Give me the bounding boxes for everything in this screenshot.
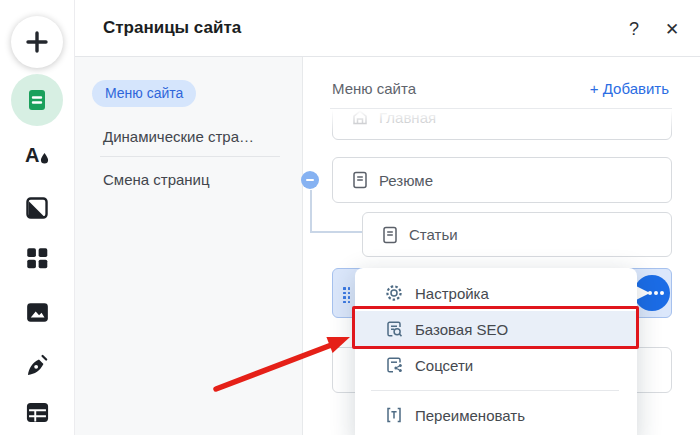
menu-item-label: Переименовать bbox=[415, 407, 525, 424]
site-pages-panel-screenshot: A bbox=[0, 0, 700, 435]
menu-item-label: Настройка bbox=[415, 285, 489, 302]
menu-item-basic-seo[interactable]: Базовая SEO bbox=[355, 311, 637, 347]
tree-connector bbox=[310, 190, 312, 233]
page-icon bbox=[351, 170, 369, 190]
nav-item-page-transitions[interactable]: Смена страниц bbox=[103, 171, 210, 188]
tree-connector bbox=[310, 231, 362, 233]
vector-art-icon[interactable] bbox=[23, 351, 51, 379]
page-icon bbox=[381, 225, 399, 245]
page-context-menu: Настройка Базовая SEO bbox=[355, 268, 637, 435]
nav-item-dynamic-pages[interactable]: Динамические стра… bbox=[103, 128, 254, 145]
site-design-icon[interactable]: A bbox=[23, 141, 51, 169]
nav-divider bbox=[100, 156, 280, 157]
page-label: Главная bbox=[379, 110, 436, 126]
menu-item-rename[interactable]: Переименовать bbox=[355, 397, 637, 433]
page-label: Статьи bbox=[409, 226, 458, 243]
page-label: Резюме bbox=[379, 172, 433, 189]
section-title: Меню сайта bbox=[332, 80, 416, 97]
help-icon[interactable]: ? bbox=[622, 17, 646, 41]
seo-search-icon bbox=[384, 319, 404, 339]
collapse-children-button[interactable] bbox=[301, 171, 319, 189]
page-row-resume[interactable]: Резюме bbox=[332, 157, 672, 203]
menu-divider bbox=[371, 390, 619, 391]
menu-item-label: Соцсети bbox=[415, 357, 473, 374]
page-row-home[interactable]: Главная bbox=[332, 110, 672, 140]
svg-text:A: A bbox=[25, 144, 39, 166]
editor-sidebar: A bbox=[0, 0, 75, 435]
plus-icon bbox=[24, 29, 50, 55]
close-icon[interactable]: ✕ bbox=[660, 17, 684, 41]
content-manager-icon[interactable] bbox=[23, 398, 51, 426]
background-icon[interactable] bbox=[23, 194, 51, 222]
panel-header: Страницы сайта ? ✕ bbox=[75, 0, 700, 57]
panel-title: Страницы сайта bbox=[103, 18, 241, 38]
more-actions-button[interactable] bbox=[634, 275, 670, 311]
drag-handle-icon[interactable] bbox=[343, 287, 350, 303]
home-icon bbox=[351, 110, 369, 127]
menu-item-label: Базовая SEO bbox=[415, 321, 508, 338]
add-apps-icon[interactable] bbox=[23, 244, 51, 272]
menu-item-social[interactable]: Соцсети bbox=[355, 347, 637, 383]
rename-text-icon bbox=[384, 405, 404, 425]
media-icon[interactable] bbox=[23, 298, 51, 326]
section-divider bbox=[330, 108, 672, 109]
add-element-icon[interactable] bbox=[11, 16, 63, 68]
add-page-button[interactable]: + Добавить bbox=[590, 80, 669, 97]
page-row-articles[interactable]: Статьи bbox=[362, 212, 672, 257]
menu-item-settings[interactable]: Настройка bbox=[355, 275, 637, 311]
ellipsis-icon bbox=[648, 291, 652, 295]
social-share-icon bbox=[384, 355, 404, 375]
minus-icon bbox=[306, 179, 314, 181]
panel-nav: Меню сайта Динамические стра… Смена стра… bbox=[75, 57, 303, 435]
pages-icon[interactable] bbox=[11, 74, 63, 126]
gear-icon bbox=[384, 283, 404, 303]
nav-item-site-menu[interactable]: Меню сайта bbox=[92, 80, 196, 107]
